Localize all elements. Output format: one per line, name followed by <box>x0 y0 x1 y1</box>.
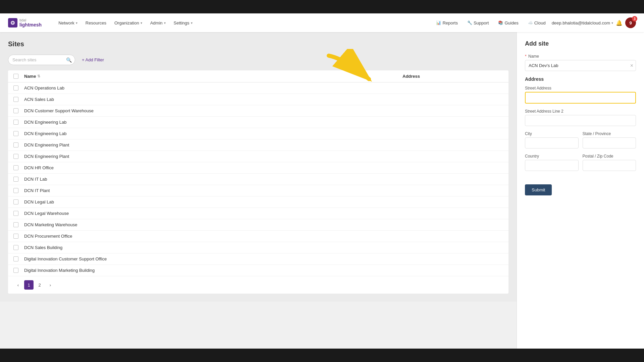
search-input[interactable] <box>8 55 75 65</box>
nav-settings[interactable]: Settings ▾ <box>170 18 196 27</box>
chevron-down-icon: ▾ <box>141 21 142 25</box>
name-clear-button[interactable]: × <box>630 63 633 68</box>
row-name: DCN Marketing Warehouse <box>24 222 402 227</box>
row-select-checkbox[interactable] <box>13 211 18 216</box>
name-input[interactable] <box>525 60 636 71</box>
chart-icon: 📊 <box>436 20 441 25</box>
street-address-label: Street Address <box>525 86 636 90</box>
row-select-checkbox[interactable] <box>13 199 18 204</box>
table-row[interactable]: ACN Operations Lab <box>8 82 508 94</box>
table-row[interactable]: DCN Legal Lab <box>8 196 508 208</box>
search-button[interactable]: 🔍 <box>66 57 72 63</box>
row-select-checkbox[interactable] <box>13 85 18 90</box>
row-select-checkbox[interactable] <box>13 177 18 182</box>
table-row[interactable]: DCN Legal Warehouse <box>8 208 508 219</box>
city-label: City <box>525 131 579 136</box>
city-state-row: City State / Province <box>525 131 636 154</box>
row-select-checkbox[interactable] <box>13 154 18 159</box>
nav-reports[interactable]: 📊 Reports <box>433 18 461 27</box>
user-email[interactable]: deep.bhalotia@tidalcloud.com ▾ <box>552 20 613 25</box>
row-name: Digital Innovation Marketing Building <box>24 268 402 273</box>
nav-organization[interactable]: Organization ▾ <box>111 18 146 27</box>
row-select-checkbox[interactable] <box>13 131 18 136</box>
table-row[interactable]: DCN IT Plant <box>8 185 508 196</box>
main-area: Sites 🔍 + Add Filter <box>0 32 517 302</box>
column-address: Address <box>402 74 503 79</box>
nav-network[interactable]: Network ▾ <box>55 18 81 27</box>
nav-support[interactable]: 🔧 Support <box>464 18 492 27</box>
postal-form-group: Postal / Zip Code <box>583 154 636 171</box>
pagination: ‹ 1 2 › <box>8 276 508 294</box>
row-checkbox <box>13 177 24 182</box>
select-all-checkbox[interactable] <box>13 74 18 79</box>
header-checkbox <box>13 74 24 79</box>
postal-input[interactable] <box>583 160 636 171</box>
street-address-input[interactable] <box>525 92 636 104</box>
row-select-checkbox[interactable] <box>13 165 18 170</box>
row-select-checkbox[interactable] <box>13 97 18 102</box>
table-row[interactable]: ACN Sales Lab <box>8 94 508 105</box>
search-filter-bar: 🔍 + Add Filter <box>8 55 508 65</box>
table-row[interactable]: DCN IT Lab <box>8 174 508 185</box>
table-row[interactable]: DCN Sales Building <box>8 242 508 253</box>
avatar[interactable]: 9 3 <box>625 17 636 28</box>
nav-resources[interactable]: Resources <box>82 18 110 27</box>
table-row[interactable]: DCN Marketing Warehouse <box>8 219 508 231</box>
postal-label: Postal / Zip Code <box>583 154 636 159</box>
row-select-checkbox[interactable] <box>13 222 18 227</box>
pagination-prev[interactable]: ‹ <box>13 280 23 290</box>
nav-guides[interactable]: 📚 Guides <box>495 18 522 27</box>
pagination-page-1[interactable]: 1 <box>24 280 34 290</box>
table-row[interactable]: DCN Engineering Lab <box>8 128 508 139</box>
row-select-checkbox[interactable] <box>13 234 18 239</box>
table-row[interactable]: DCN Engineering Plant <box>8 139 508 151</box>
row-select-checkbox[interactable] <box>13 245 18 250</box>
street-address-2-input[interactable] <box>525 115 636 126</box>
row-name: DCN Legal Warehouse <box>24 211 402 216</box>
row-checkbox <box>13 234 24 239</box>
row-name: DCN HR Office <box>24 165 402 170</box>
country-input[interactable] <box>525 160 579 171</box>
logo-text: tidal lightmesh <box>19 18 42 27</box>
sort-icon[interactable]: ⇅ <box>37 74 40 78</box>
support-icon: 🔧 <box>467 20 472 25</box>
add-filter-button[interactable]: + Add Filter <box>79 56 107 64</box>
logo[interactable]: tidal lightmesh <box>8 18 42 27</box>
row-name: DCN Sales Building <box>24 245 402 250</box>
table-row[interactable]: Digital Innovation Marketing Building <box>8 265 508 276</box>
nav-admin[interactable]: Admin ▾ <box>147 18 169 27</box>
row-select-checkbox[interactable] <box>13 142 18 147</box>
submit-button[interactable]: Submit <box>525 184 552 195</box>
row-select-checkbox[interactable] <box>13 188 18 193</box>
state-input[interactable] <box>583 137 636 148</box>
search-box: 🔍 <box>8 55 75 65</box>
row-select-checkbox[interactable] <box>13 108 18 113</box>
table-row[interactable]: DCN HR Office <box>8 162 508 174</box>
guides-icon: 📚 <box>498 20 503 25</box>
address-section-title: Address <box>525 76 636 82</box>
table-row[interactable]: Digital Innovation Customer Support Offi… <box>8 253 508 265</box>
row-select-checkbox[interactable] <box>13 120 18 125</box>
notification-bell-icon[interactable]: 🔔 <box>616 20 623 26</box>
row-select-checkbox[interactable] <box>13 268 18 273</box>
panel-title: Add site <box>525 40 636 47</box>
city-input[interactable] <box>525 137 579 148</box>
nav-cloud[interactable]: ☁️ Cloud <box>525 18 549 27</box>
table-header: Name ⇅ Address <box>8 70 508 82</box>
table-row[interactable]: DCN Engineering Lab <box>8 117 508 128</box>
city-form-group: City <box>525 131 579 148</box>
table-row[interactable]: DCN Engineering Plant <box>8 151 508 162</box>
main-wrapper: Sites 🔍 + Add Filter <box>0 32 517 349</box>
row-name: Digital Innovation Customer Support Offi… <box>24 256 402 261</box>
table-row[interactable]: DCN Procurement Office <box>8 231 508 242</box>
pagination-page-2[interactable]: 2 <box>35 280 44 290</box>
sites-table: Name ⇅ Address ACN Operations Lab ACN Sa… <box>8 70 508 294</box>
pagination-next[interactable]: › <box>46 280 55 290</box>
row-checkbox <box>13 268 24 273</box>
cloud-icon: ☁️ <box>528 20 533 25</box>
country-label: Country <box>525 154 579 159</box>
row-select-checkbox[interactable] <box>13 256 18 261</box>
table-row[interactable]: DCN Customer Support Warehouse <box>8 105 508 117</box>
row-checkbox <box>13 142 24 147</box>
row-checkbox <box>13 256 24 261</box>
